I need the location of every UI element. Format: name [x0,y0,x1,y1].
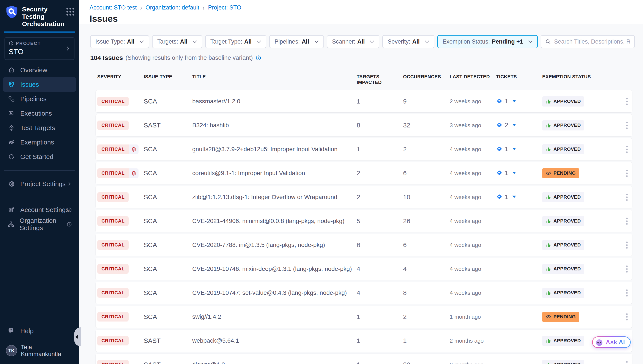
sidebar-item-label: Project Settings [20,180,66,188]
info-icon[interactable] [67,222,72,227]
project-selector[interactable]: PROJECT STO [5,37,75,60]
ticket-group[interactable]: 1 [496,169,516,176]
exemption-status-badge: APPROVED [542,336,584,346]
sidebar-item-project-settings[interactable]: Project Settings [3,176,76,191]
issue-title[interactable]: gnutls28@3.7.9-2+deb12u5: Improper Input… [192,146,357,153]
issue-title[interactable]: django@1.2 [192,361,357,364]
issue-type: SCA [144,265,192,272]
table-row[interactable]: CRITICAL SAST B324: hashlib 8 32 3 weeks… [96,114,632,136]
info-icon[interactable] [67,207,72,212]
sidebar-item-test-targets[interactable]: Test Targets [3,120,76,135]
row-menu-button[interactable] [622,312,632,322]
targets-impacted: 1 [357,337,403,344]
exemption-status-label: PENDING [553,314,576,320]
user-menu[interactable]: TK Teja Kummarikuntla [0,344,79,358]
breadcrumb-project[interactable]: Project: STO [208,4,241,11]
issue-title[interactable]: CVE-2019-10746: mixin-deep@1.3.1 (lang-p… [192,266,357,272]
ticket-caret-icon[interactable] [512,148,516,150]
sidebar-item-help[interactable]: ? Help [3,324,76,338]
row-menu-button[interactable] [622,144,632,154]
ticket-group[interactable]: 1 [496,98,516,105]
issue-title[interactable]: CVE-2020-7788: ini@1.3.5 (lang-pkgs, nod… [192,242,357,248]
issue-title[interactable]: bassmaster//1.2.0 [192,98,357,105]
ticket-caret-icon[interactable] [512,100,516,102]
table-row[interactable]: CRITICAL SAST webpack@5.64.1 1 1 2 month… [96,330,632,352]
table-row[interactable]: CRITICAL SCA zlib@1:1.2.13.dfsg-1: Integ… [96,186,632,208]
filter-exemption-status[interactable]: Exemption Status: Pending +1 [437,35,538,48]
filter-targets[interactable]: Targets: All [152,35,202,48]
chevron-down-icon [257,40,261,43]
breadcrumb-organization[interactable]: Organization: default [145,4,199,11]
sidebar-item-issues[interactable]: Issues [3,77,76,92]
eye-slash-icon [8,139,15,146]
row-menu-button[interactable] [622,168,632,178]
row-menu-button[interactable] [622,120,632,130]
sidebar-item-get-started[interactable]: Get Started [3,150,76,164]
sidebar-item-label: Issues [20,81,39,88]
chevron-down-icon [528,40,532,43]
issue-title[interactable]: CVE-2021-44906: minimist@0.0.8 (lang-pkg… [192,218,357,224]
last-detected: 2 months ago [450,338,496,344]
targets-impacted: 4 [357,289,403,296]
issue-title[interactable]: zlib@1:1.2.13.dfsg-1: Integer Overflow o… [192,194,357,200]
targets-impacted: 2 [357,170,403,177]
ticket-caret-icon[interactable] [512,124,516,126]
row-menu-button[interactable] [622,288,632,298]
table-row[interactable]: CRITICAL SCA CVE-2019-10747: set-value@0… [96,282,632,304]
exemption-status-badge: APPROVED [542,192,584,202]
filter-severity[interactable]: Severity: All [382,35,434,48]
issue-title[interactable]: swig//1.4.2 [192,313,357,320]
targets-impacted: 1 [357,361,403,364]
last-detected: 2 weeks ago [450,98,496,105]
issue-title[interactable]: webpack@5.64.1 [192,337,357,344]
row-menu-button[interactable] [622,240,632,250]
table-header-targets: TARGETS IMPACTED [357,74,403,85]
ticket-caret-icon[interactable] [512,172,516,174]
issue-title[interactable]: CVE-2019-10747: set-value@0.4.3 (lang-pk… [192,290,357,296]
table-row[interactable]: CRITICAL SCA coreutils@9.1-1: Improper I… [96,162,632,184]
row-menu-button[interactable] [622,192,632,202]
sidebar-item-exemptions[interactable]: Exemptions [3,135,76,150]
ask-ai-button[interactable]: Ask AI [592,336,631,348]
table-row[interactable]: CRITICAL SAST django@1.2 1 22 2 months a… [96,354,632,364]
issue-title[interactable]: coreutils@9.1-1: Improper Input Validati… [192,170,357,176]
table-row[interactable]: CRITICAL SCA CVE-2021-44906: minimist@0.… [96,210,632,232]
info-icon[interactable] [255,55,261,61]
table-row[interactable]: CRITICAL SCA bassmaster//1.2.0 1 9 2 wee… [96,90,632,112]
row-menu-button[interactable] [622,264,632,274]
last-detected: 4 weeks ago [450,290,496,296]
filter-pipelines[interactable]: Pipelines: All [269,35,324,48]
ticket-caret-icon[interactable] [512,196,516,198]
row-menu-button[interactable] [622,360,632,364]
menu-cell [622,312,632,322]
filter-issue-type[interactable]: Issue Type: All [90,35,149,48]
table-row[interactable]: CRITICAL SCA CVE-2019-10746: mixin-deep@… [96,258,632,280]
sidebar-item-executions[interactable]: Executions [3,106,76,120]
table-header-occurrences: OCCURRENCES [403,74,450,85]
sidebar-item-account-settings[interactable]: Account Settings [3,202,76,217]
approved-icon [546,266,551,272]
row-menu-button[interactable] [622,216,632,226]
get-started-icon [8,153,15,160]
table-row[interactable]: CRITICAL SCA swig//1.4.2 1 2 1 month ago… [96,306,632,328]
last-detected: 4 weeks ago [450,242,496,248]
breadcrumb-account[interactable]: Account: STO test [90,4,137,11]
sidebar-item-organization-settings[interactable]: Organization Settings [3,217,76,232]
row-menu-button[interactable] [622,96,632,106]
ticket-group[interactable]: 1 [496,145,516,153]
filter-target-type[interactable]: Target Type: All [205,35,266,48]
sidebar-collapse-handle[interactable] [74,327,81,346]
app-grid-icon[interactable] [67,8,74,16]
filter-scanner[interactable]: Scanner: All [327,35,380,48]
last-detected: 4 weeks ago [450,146,496,153]
ticket-group[interactable]: 2 [496,122,516,129]
severity-label: CRITICAL [97,192,129,202]
table-row[interactable]: CRITICAL SCA CVE-2020-7788: ini@1.3.5 (l… [96,234,632,256]
issue-title[interactable]: B324: hashlib [192,122,357,129]
sidebar-item-overview[interactable]: Overview [3,63,76,77]
sidebar-item-pipelines[interactable]: Pipelines [3,92,76,106]
ticket-group[interactable]: 1 [496,193,516,200]
exemption-cell: APPROVED [542,216,622,226]
table-row[interactable]: CRITICAL SCA gnutls28@3.7.9-2+deb12u5: I… [96,138,632,160]
search-input[interactable] [554,38,630,45]
